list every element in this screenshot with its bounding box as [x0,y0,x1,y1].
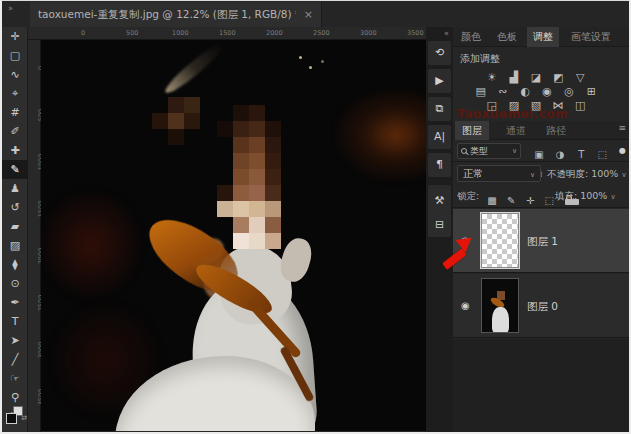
foreground-color-swatch[interactable] [6,413,17,424]
mosaic-block [168,97,184,113]
mosaic-block [233,201,249,217]
ruler-label: 500 [126,29,138,37]
mosaic-block [233,169,249,185]
collapsed-panels-strip: « ⟲ ▶ ⧉ A| ¶ ⚒ ⊟ [426,27,453,432]
photo-sparkle [321,60,324,63]
layer-0-thumbnail[interactable] [481,278,519,333]
adjustments-tab-bar: 颜色 色板 调整 画笔设置 [453,27,629,47]
zoom-tool[interactable]: ⚲ [2,388,28,407]
lock-transparent-pixels-icon[interactable]: ▩ [485,195,499,206]
character-panel-icon[interactable]: A| [428,125,451,149]
layers-empty-area [453,339,629,432]
mosaic-block [249,121,265,137]
fill-value[interactable]: 100% [580,190,607,201]
tab-layers[interactable]: 图层 [455,121,489,140]
panel-menu-icon[interactable]: ≡ [618,123,626,133]
mosaic-block [265,217,281,233]
fill-label: 填充: [555,190,577,201]
layer-row-1[interactable]: ◉ 图层 1 [453,209,629,273]
vertical-ruler[interactable]: 0 500 1000 1500 2000 2500 3000 3500 [28,40,41,432]
mosaic-block [249,201,265,217]
blend-mode-value: 正常 [463,168,483,179]
ruler-label: 1500 [219,29,236,37]
properties-panel-icon[interactable]: ⊟ [428,213,451,237]
tab-channels[interactable]: 通道 [499,121,533,140]
lasso-tool[interactable]: ∿ [2,65,28,84]
mosaic-block [233,233,249,249]
filter-adjustment-layers-icon[interactable]: ◑ [552,149,568,160]
tab-swatches[interactable]: 色板 [491,27,523,47]
layer-name[interactable]: 图层 1 [527,235,558,249]
tab-color[interactable]: 颜色 [455,27,487,47]
tab-adjustments[interactable]: 调整 [527,27,559,47]
pen-tool[interactable]: ✒ [2,293,28,312]
ruler-label: 3500 [407,29,424,37]
chevron-down-icon[interactable]: ∨ [610,193,615,201]
blend-mode-dropdown[interactable]: 正常 ∨ [457,165,541,182]
filter-shape-layers-icon[interactable]: ⬚ [594,149,610,160]
mosaic-block [265,201,281,217]
horizontal-ruler[interactable]: 0 500 1000 1500 2000 2500 3000 3500 [28,27,426,40]
thumb-dress [492,307,509,333]
line-tool[interactable]: ╱ [2,350,28,369]
panel-collapse-icon[interactable]: « [444,29,449,38]
mosaic-block [249,217,265,233]
blur-tool[interactable]: ⧫ [2,255,28,274]
layer-filter-type-dropdown[interactable]: 类型 ∨ [457,143,521,159]
close-icon[interactable]: × [304,8,313,21]
swap-colors-icon[interactable]: ⇄ [21,414,27,422]
filter-pixel-layers-icon[interactable]: ▣ [531,149,547,160]
marquee-tool[interactable]: ▢ [2,46,28,65]
mosaic-block [152,113,168,129]
document-tab[interactable]: taoxuemei-重复复制.jpg @ 12.2% (图层 1, RGB/8)… [30,2,322,27]
mosaic-block [265,185,281,201]
crop-tool[interactable]: # [2,103,28,122]
document-canvas[interactable] [41,40,426,431]
eyedropper-tool[interactable]: ✐ [2,122,28,141]
chevron-down-icon: ∨ [512,147,517,155]
tab-paths[interactable]: 路径 [539,121,573,140]
brush-tool[interactable]: ✎ [2,160,28,179]
lock-image-pixels-icon[interactable]: ✎ [504,195,518,206]
filter-switch-icon[interactable]: ● [619,146,626,155]
healing-brush-tool[interactable]: ✚ [2,141,28,160]
lock-fill-row: 锁定: ▩ ✎ ✛ ⬚ 填充: 100% ∨ [453,186,629,208]
clone-source-panel-icon[interactable]: ⧉ [428,97,451,121]
eraser-tool[interactable]: ▰ [2,217,28,236]
hand-tool[interactable]: ☞ [2,369,28,388]
ruler-label: 2500 [313,29,330,37]
chevron-down-icon[interactable]: ∨ [621,171,626,179]
clone-stamp-tool[interactable]: ♟ [2,179,28,198]
toolbar-collapse-icon[interactable]: » [8,4,13,13]
mosaic-block [184,113,200,129]
mosaic-block [265,137,281,153]
quick-selection-tool[interactable]: ⌖ [2,84,28,103]
tool-presets-panel-icon[interactable]: ⚒ [428,189,451,213]
gradient-tool[interactable]: ▨ [2,236,28,255]
type-tool[interactable]: T [2,312,28,331]
tab-brush-settings[interactable]: 画笔设置 [565,27,617,47]
history-brush-tool[interactable]: ↺ [2,198,28,217]
opacity-value[interactable]: 100% [591,168,618,179]
layer-1-thumbnail[interactable] [481,213,519,268]
dodge-tool[interactable]: ⊙ [2,274,28,293]
filter-type-layers-icon[interactable]: T [573,149,589,160]
color-swatches[interactable]: ⇄ [5,406,25,426]
visibility-eye-icon[interactable]: ◉ [461,300,470,311]
layer-row-0[interactable]: ◉ 图层 0 [453,274,629,338]
path-selection-tool[interactable]: ➤ [2,331,28,350]
ruler-label: 1000 [172,29,189,37]
mosaic-block [217,121,233,137]
mosaic-block [265,169,281,185]
mosaic-block [265,121,281,137]
ruler-label: 3000 [360,29,377,37]
history-panel-icon[interactable]: ⟲ [428,41,451,65]
photo-feather [161,40,226,97]
paragraph-panel-icon[interactable]: ¶ [428,153,451,177]
lock-position-icon[interactable]: ✛ [523,195,537,206]
adjustment-icon-selective-color[interactable]: ◫ [572,99,589,112]
actions-panel-icon[interactable]: ▶ [428,69,451,93]
move-tool[interactable]: ✛ [2,27,28,46]
layer-name[interactable]: 图层 0 [527,300,558,314]
watermark-text: Taoxuemei.com [457,107,568,121]
